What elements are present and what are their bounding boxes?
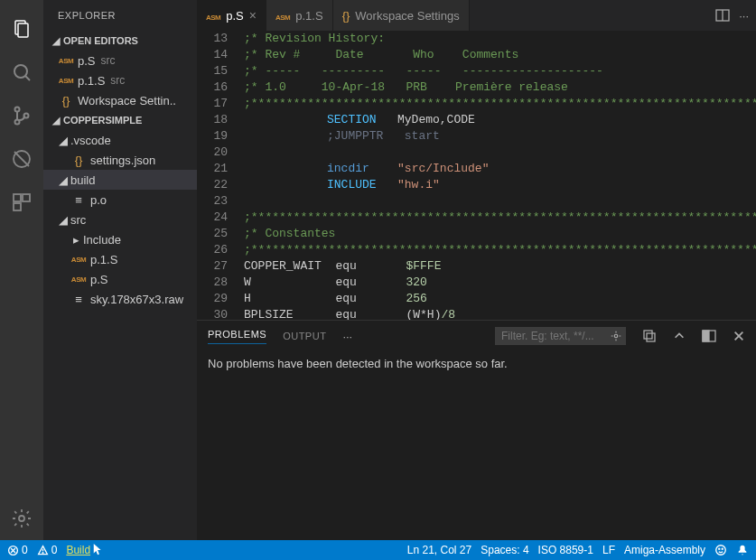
tree-item-label: .vscode [70,134,111,147]
settings-gear-icon[interactable] [0,497,43,540]
activity-bar [0,0,43,540]
code-line[interactable]: ;***************************************… [244,210,756,226]
open-editors-label: OPEN EDITORS [63,35,138,46]
problems-filter-input[interactable] [495,327,626,345]
editor-group: ASMp.S×ASMp.1.S{}Workspace Settings ··· … [197,0,756,540]
status-spaces[interactable]: Spaces: 4 [481,544,528,556]
status-lncol[interactable]: Ln 21, Col 27 [407,544,471,556]
file-path-dim: src [101,54,116,67]
status-encoding[interactable]: ISO 8859-1 [538,544,593,556]
search-icon[interactable] [0,51,43,94]
svg-rect-17 [647,333,655,341]
editor-tab[interactable]: ASMp.S× [197,0,266,31]
output-tab[interactable]: OUTPUT [283,331,326,341]
status-build[interactable]: Build [66,544,104,556]
toggle-layout-icon[interactable] [702,329,716,343]
code-line[interactable]: ;* 1.0 10-Apr-18 PRB Première release [244,79,756,96]
file-label: p.1.S [78,74,105,88]
collapse-all-icon[interactable] [642,329,657,343]
tab-label: p.1.S [295,9,322,23]
code-line[interactable]: INCLUDE "hw.i" [244,177,756,193]
svg-point-26 [42,552,43,553]
code-line[interactable]: BPLSIZE equ (W*H)/8 [244,307,756,320]
code-line[interactable] [244,193,756,210]
tree-item-label: Include [83,233,121,247]
svg-point-12 [19,516,24,521]
chevron-right-icon: ▸ [70,233,81,247]
code-line[interactable]: incdir "src/Include" [244,161,756,177]
feedback-icon[interactable] [714,544,727,556]
problems-body: No problems have been detected in the wo… [197,351,756,376]
chevron-up-icon[interactable] [673,330,686,342]
tree-item-label: p.S [90,273,108,286]
svg-point-27 [716,546,726,555]
code-line[interactable]: COPPER_WAIT equ $FFFE [244,258,756,275]
filter-settings-icon[interactable] [610,330,622,342]
tree-item-label: sky.178x67x3.raw [90,293,183,306]
chevron-down-icon: ◢ [58,134,69,147]
status-warnings[interactable]: 0 [37,544,58,556]
code-line[interactable]: SECTION MyDemo,CODE [244,112,756,128]
tree-item[interactable]: ASMp.1.S [43,249,197,269]
svg-point-28 [719,548,720,549]
bottom-panel: PROBLEMS OUTPUT ··· [197,320,756,540]
sidebar: EXPLORER ◢ OPEN EDITORS ASMp.SsrcASMp.1.… [43,0,197,540]
code-line[interactable]: ;***************************************… [244,96,756,112]
close-tab-icon[interactable]: × [249,8,257,23]
code-line[interactable]: ;* Rev # Date Who Comments [244,47,756,63]
tree-item[interactable]: ◢.vscode [43,130,197,150]
source-control-icon[interactable] [0,94,43,137]
bell-icon[interactable] [736,544,749,556]
tree-item[interactable]: ▸Include [43,229,197,249]
status-language[interactable]: Amiga-Assembly [624,544,705,556]
more-icon[interactable]: ··· [739,9,749,23]
code-line[interactable]: ;* Revision History: [244,31,756,47]
sidebar-title: EXPLORER [43,0,197,31]
status-errors[interactable]: 0 [7,544,28,556]
explorer-icon[interactable] [0,7,43,51]
tab-label: Workspace Settings [355,9,459,23]
tab-label: p.S [226,9,244,23]
code-line[interactable]: ;* Constantes [244,226,756,242]
split-editor-icon[interactable] [715,8,730,23]
open-editor-item[interactable]: ASMp.Ssrc [43,51,197,70]
code-line[interactable]: H equ 256 [244,291,756,307]
tree-item[interactable]: {}settings.json [43,150,197,170]
more-panel-icon[interactable]: ··· [342,330,352,343]
code-line[interactable]: W equ 320 [244,275,756,291]
tab-bar: ASMp.S×ASMp.1.S{}Workspace Settings ··· [197,0,756,31]
editor-tab[interactable]: {}Workspace Settings [333,0,470,31]
debug-icon[interactable] [0,137,43,181]
svg-rect-10 [23,194,30,201]
file-icon: ≡ [70,193,87,207]
workspace-header[interactable]: ◢ COPPERSIMPLE [43,110,197,130]
chevron-down-icon: ◢ [58,173,69,187]
tree-item[interactable]: ≡sky.178x67x3.raw [43,289,197,309]
problems-tab[interactable]: PROBLEMS [208,329,266,344]
tree-item[interactable]: ◢src [43,210,197,229]
svg-line-3 [25,76,30,80]
svg-point-5 [15,120,20,125]
code-line[interactable] [244,145,756,161]
workspace-label: COPPERSIMPLE [63,115,142,126]
chevron-down-icon: ◢ [51,35,61,47]
svg-point-4 [15,107,20,112]
editor-tab[interactable]: ASMp.1.S [266,0,333,31]
extensions-icon[interactable] [0,181,43,224]
tree-item[interactable]: ◢build [43,170,197,190]
code-line[interactable]: ;* ----- --------- ----- ---------------… [244,63,756,79]
open-editor-item[interactable]: ASMp.1.Ssrc [43,70,197,90]
code-editor[interactable]: 13141516171819202122232425262728293031 ;… [197,31,756,320]
code-line[interactable]: ;JUMPPTR start [244,128,756,145]
svg-rect-1 [18,23,28,37]
close-panel-icon[interactable] [733,330,745,342]
open-editor-item[interactable]: {}Workspace Settin.. [43,90,197,110]
code-line[interactable]: ;***************************************… [244,242,756,258]
cursor-icon [93,544,104,556]
svg-rect-9 [14,194,21,201]
open-editors-header[interactable]: ◢ OPEN EDITORS [43,31,197,51]
tree-item[interactable]: ≡p.o [43,190,197,210]
chevron-down-icon: ◢ [51,115,61,126]
tree-item[interactable]: ASMp.S [43,269,197,289]
status-eol[interactable]: LF [602,544,615,556]
